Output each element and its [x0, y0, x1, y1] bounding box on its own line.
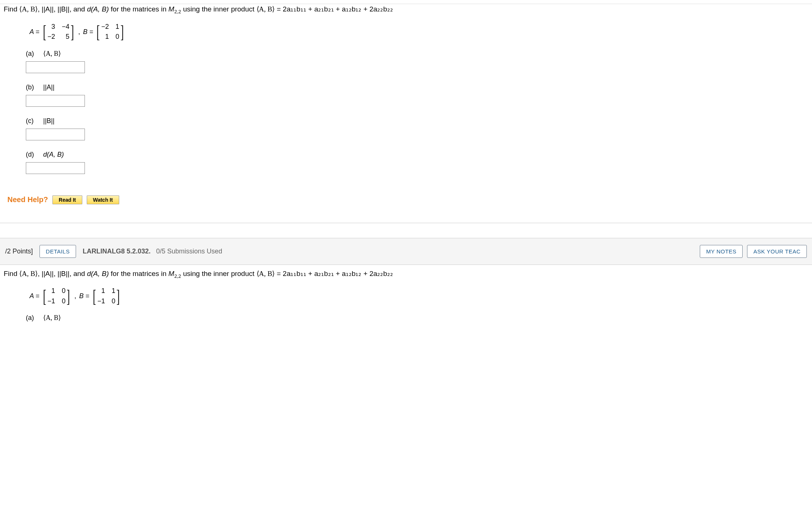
- matrix-cell: 0: [116, 33, 119, 41]
- matrix-cell: −4: [62, 23, 69, 31]
- bracket-icon: ]: [117, 287, 120, 306]
- prompt-mid: for the matrices in: [111, 5, 168, 13]
- answer-input-d[interactable]: [26, 162, 85, 174]
- matrix-cell: 1: [111, 287, 115, 295]
- matrix-cell: 1: [97, 287, 105, 295]
- inner-product-ab: ⟨A, B⟩: [19, 270, 38, 277]
- answer-input-c[interactable]: [26, 129, 85, 140]
- ip-def-rhs: = 2a₁₁b₁₁ + a₂₁b₂₁ + a₁₂b₁₂ + 2a₂₂b₂₂: [275, 270, 393, 277]
- answer-input-a[interactable]: [26, 61, 85, 73]
- ip-def-rhs: = 2a₁₁b₁₁ + a₂₁b₂₁ + a₁₂b₁₂ + 2a₂₂b₂₂: [275, 5, 393, 13]
- bracket-icon: [: [93, 287, 96, 306]
- submissions-count: 0/5 Submissions Used: [156, 248, 222, 255]
- norm-b: ||B||: [58, 270, 69, 277]
- question-1: Find ⟨A, B⟩, ||A||, ||B||, and d(A, B) f…: [0, 0, 812, 223]
- part-label: (d): [26, 151, 41, 158]
- matrix-cell: 0: [111, 297, 115, 306]
- matrix-a: A = [ 3 −4 −2 5 ]: [30, 21, 75, 43]
- separator-comma: ,: [78, 28, 80, 36]
- matrix-a-grid: 1 0 −1 0: [45, 285, 68, 307]
- matrix-b-label: B =: [83, 28, 93, 36]
- matrix-b-grid: 1 1 −1 0: [95, 285, 118, 307]
- question-prompt: Find ⟨A, B⟩, ||A||, ||B||, and d(A, B) f…: [0, 269, 812, 283]
- matrix-definitions: A = [ 3 −4 −2 5 ] , B = [ −2 1 1 0 ]: [0, 18, 812, 47]
- bracket-icon: [: [43, 287, 46, 306]
- matrix-a-label: A =: [30, 292, 39, 300]
- matrix-cell: 0: [62, 287, 65, 295]
- need-help-row: Need Help? Read It Watch It: [0, 188, 812, 215]
- section-divider: [0, 223, 812, 223]
- bracket-icon: ]: [71, 22, 74, 41]
- question-2: Find ⟨A, B⟩, ||A||, ||B||, and d(A, B) f…: [0, 265, 812, 330]
- ask-teacher-button[interactable]: ASK YOUR TEAC: [747, 245, 807, 258]
- matrix-cell: −2: [48, 33, 55, 41]
- bracket-icon: ]: [121, 22, 124, 41]
- read-it-button[interactable]: Read It: [52, 195, 82, 204]
- prompt-mid2: using the inner product: [183, 5, 257, 13]
- header-right: MY NOTES ASK YOUR TEAC: [700, 245, 807, 258]
- points-label: /2 Points]: [5, 248, 33, 255]
- space-sub: 2,2: [174, 9, 181, 14]
- distance-ab: d(A, B): [87, 5, 109, 13]
- matrix-cell: 1: [101, 33, 109, 41]
- header-left: /2 Points] DETAILS LARLINALG8 5.2.032. 0…: [5, 245, 222, 258]
- matrix-cell: 3: [48, 23, 55, 31]
- ip-def-lhs: ⟨A, B⟩: [257, 270, 275, 277]
- part-expr: ||A||: [43, 83, 55, 91]
- bracket-icon: ]: [67, 287, 70, 306]
- part-label: (a): [26, 314, 41, 322]
- answer-input-b[interactable]: [26, 95, 85, 107]
- matrix-b: B = [ 1 1 −1 0 ]: [79, 285, 121, 307]
- space-name: M: [168, 270, 174, 277]
- separator-comma: ,: [74, 292, 76, 300]
- prompt-mid: for the matrices in: [111, 270, 168, 277]
- bracket-icon: [: [97, 22, 100, 41]
- part-expr: ⟨A, B⟩: [43, 314, 61, 322]
- part-expr: d(A, B): [43, 151, 64, 158]
- matrix-b-label: B =: [79, 292, 89, 300]
- space-sub: 2,2: [174, 273, 181, 279]
- norm-b: ||B||: [58, 5, 69, 13]
- matrix-a: A = [ 1 0 −1 0 ]: [30, 285, 71, 307]
- details-button[interactable]: DETAILS: [39, 245, 76, 258]
- matrix-cell: −1: [97, 297, 105, 306]
- inner-product-ab: ⟨A, B⟩: [19, 5, 38, 13]
- matrix-a-grid: 3 −4 −2 5: [45, 21, 72, 43]
- prompt-text: Find: [4, 270, 19, 277]
- norm-a: ||A||: [42, 270, 54, 277]
- matrix-b: B = [ −2 1 1 0 ]: [83, 21, 125, 43]
- matrix-b-grid: −2 1 1 0: [99, 21, 121, 43]
- prompt-text: Find: [4, 5, 19, 13]
- matrix-a-label: A =: [30, 28, 39, 36]
- question-prompt: Find ⟨A, B⟩, ||A||, ||B||, and d(A, B) f…: [0, 4, 812, 18]
- part-label: (a): [26, 50, 41, 58]
- part-expr: ⟨A, B⟩: [43, 50, 61, 58]
- part-b: (b) ||A||: [26, 83, 808, 107]
- matrix-cell: 1: [48, 287, 55, 295]
- norm-a: ||A||: [42, 5, 54, 13]
- distance-ab: d(A, B): [87, 270, 109, 277]
- part-d: (d) d(A, B): [26, 151, 808, 174]
- prompt-mid2: using the inner product: [183, 270, 257, 277]
- part-a: (a) ⟨A, B⟩: [26, 314, 808, 322]
- ip-def-lhs: ⟨A, B⟩: [257, 5, 275, 13]
- my-notes-button[interactable]: MY NOTES: [700, 245, 743, 258]
- answer-parts: (a) ⟨A, B⟩ (b) ||A|| (c) ||B|| (d) d(A, …: [0, 47, 812, 188]
- part-c: (c) ||B||: [26, 117, 808, 140]
- matrix-cell: 5: [62, 33, 69, 41]
- exercise-ref: LARLINALG8 5.2.032.: [83, 248, 151, 255]
- watch-it-button[interactable]: Watch It: [87, 195, 119, 204]
- question-header: /2 Points] DETAILS LARLINALG8 5.2.032. 0…: [0, 238, 812, 265]
- bracket-icon: [: [43, 22, 46, 41]
- matrix-cell: 1: [116, 23, 119, 31]
- part-expr: ||B||: [43, 117, 55, 125]
- part-a: (a) ⟨A, B⟩: [26, 50, 808, 73]
- answer-parts: (a) ⟨A, B⟩: [0, 311, 812, 322]
- matrix-cell: −1: [48, 297, 55, 306]
- matrix-cell: 0: [62, 297, 65, 306]
- part-label: (c): [26, 117, 41, 125]
- need-help-label: Need Help?: [7, 195, 48, 204]
- matrix-cell: −2: [101, 23, 109, 31]
- part-label: (b): [26, 83, 41, 91]
- matrix-definitions: A = [ 1 0 −1 0 ] , B = [ 1 1 −1 0 ]: [0, 282, 812, 311]
